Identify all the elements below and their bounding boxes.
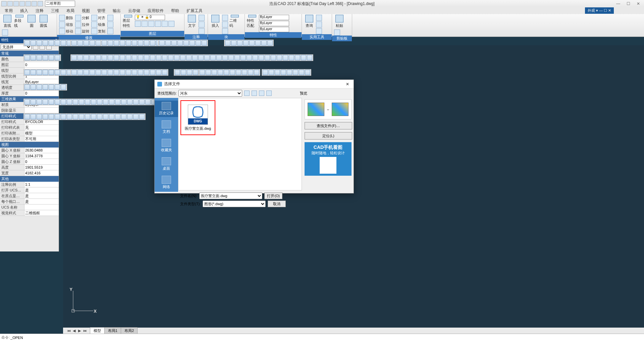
- property-value[interactable]: 1184.3778: [24, 153, 59, 159]
- qat-icon[interactable]: [7, 1, 13, 6]
- toolbar-icon[interactable]: [97, 99, 102, 105]
- toolbar-icon[interactable]: [85, 114, 90, 119]
- match-properties-button[interactable]: 特性匹配: [247, 15, 258, 28]
- toolbar-icon[interactable]: [138, 70, 143, 75]
- delete-icon[interactable]: [59, 15, 65, 21]
- toolbar-icon[interactable]: [174, 55, 179, 60]
- toolbar-icon[interactable]: [210, 55, 216, 60]
- toolbar-icon[interactable]: [187, 70, 192, 75]
- floating-toolbar[interactable]: [23, 84, 67, 91]
- toolbar-icon[interactable]: [287, 70, 292, 75]
- toolbar-icon[interactable]: [55, 99, 60, 105]
- toolbar-icon[interactable]: [216, 55, 222, 60]
- toolbar-icon[interactable]: [77, 70, 83, 75]
- toolbar-icon[interactable]: [127, 99, 132, 105]
- line-button[interactable]: 直线: [2, 15, 13, 28]
- toolbar-icon[interactable]: [206, 70, 211, 75]
- toolbar-icon[interactable]: [97, 114, 102, 119]
- toolbar-icon[interactable]: [71, 40, 77, 46]
- toolbar-icon[interactable]: [24, 84, 30, 90]
- toolbar-icon[interactable]: [144, 70, 149, 75]
- toolbar-icon[interactable]: [114, 55, 119, 60]
- file-list-area[interactable]: DWG 医疗室立面.dwg: [178, 98, 302, 190]
- property-value[interactable]: 是: [24, 199, 59, 204]
- property-section-header[interactable]: 其他: [0, 176, 59, 182]
- up-icon[interactable]: [252, 91, 257, 96]
- toolbar-icon[interactable]: [283, 55, 288, 60]
- paste-button[interactable]: 粘贴: [334, 15, 345, 28]
- toolbar-icon[interactable]: [305, 70, 310, 75]
- color-dropdown[interactable]: ByLayer: [259, 15, 289, 20]
- toolbar-icon[interactable]: [31, 84, 36, 90]
- toolbar-icon[interactable]: [114, 40, 119, 46]
- floating-toolbar[interactable]: [70, 54, 313, 61]
- toolbar-icon[interactable]: [299, 70, 304, 75]
- menu-item[interactable]: 布局: [64, 8, 77, 14]
- toolbar-icon[interactable]: [204, 55, 210, 60]
- toolbar-icon[interactable]: [84, 70, 89, 75]
- toolbar-icon[interactable]: [108, 55, 113, 60]
- toolbar-icon[interactable]: [139, 99, 145, 105]
- toolbar-icon[interactable]: [31, 99, 36, 105]
- toolbar-icon[interactable]: [126, 40, 131, 46]
- toolbar-icon[interactable]: [275, 70, 280, 75]
- toolbar-icon[interactable]: [237, 40, 243, 46]
- toolbar-icon[interactable]: [55, 55, 60, 60]
- arc-button[interactable]: 圆弧: [38, 15, 49, 28]
- toolbar-icon[interactable]: [138, 40, 143, 46]
- qat-icon[interactable]: [13, 1, 19, 6]
- toolbar-icon[interactable]: [132, 40, 137, 46]
- toolbar-icon[interactable]: [77, 40, 83, 46]
- toolbar-icon[interactable]: [96, 55, 101, 60]
- toolbar-icon[interactable]: [218, 70, 223, 75]
- stretch-icon[interactable]: [75, 21, 81, 27]
- toolbar-icon[interactable]: [133, 114, 139, 119]
- toolbar-icon[interactable]: [24, 99, 30, 105]
- polyline-button[interactable]: 多段线: [14, 15, 25, 28]
- lineweight-dropdown[interactable]: ByLayer: [259, 27, 289, 32]
- toolbar-icon[interactable]: [236, 70, 241, 75]
- toolbar-icon[interactable]: [43, 84, 48, 90]
- toolbar-icon[interactable]: [159, 40, 165, 46]
- toolbar-icon[interactable]: [212, 70, 217, 75]
- dialog-close-icon[interactable]: ✕: [344, 82, 351, 87]
- property-value[interactable]: 0: [24, 62, 59, 67]
- property-value[interactable]: 1:1: [24, 182, 59, 187]
- qrcode-button[interactable]: 二维码: [229, 15, 240, 28]
- align-icon[interactable]: [91, 15, 97, 21]
- command-line[interactable]: 命令: _OPEN: [0, 334, 644, 341]
- sidebar-favorites[interactable]: 收藏夹: [155, 137, 178, 154]
- close-icon[interactable]: ✕: [634, 1, 643, 6]
- toolbar-icon[interactable]: [180, 55, 185, 60]
- toolbar-icon[interactable]: [61, 70, 66, 75]
- toolbar-icon[interactable]: [120, 40, 125, 46]
- cancel-button[interactable]: 取消: [268, 201, 286, 207]
- model-tab[interactable]: 模型: [90, 327, 105, 334]
- toolbar-icon[interactable]: [43, 40, 48, 46]
- toolbar-icon[interactable]: [114, 70, 119, 75]
- toolbar-icon[interactable]: [109, 114, 114, 119]
- toolbar-icon[interactable]: [120, 55, 125, 60]
- toolbar-icon[interactable]: [49, 114, 54, 119]
- toolbar-icon[interactable]: [248, 70, 253, 75]
- toolbar-icon[interactable]: [91, 114, 96, 119]
- tab-nav-next-icon[interactable]: ▶: [77, 329, 82, 333]
- toolbar-icon[interactable]: [202, 40, 207, 46]
- lookin-dropdown[interactable]: 河东: [178, 90, 242, 97]
- toolbar-icon[interactable]: [224, 70, 229, 75]
- toolbar-icon[interactable]: [37, 99, 42, 105]
- toolbar-icon[interactable]: [108, 40, 113, 46]
- toolbar-icon[interactable]: [259, 55, 264, 60]
- toolbar-icon[interactable]: [24, 114, 30, 119]
- minimize-icon[interactable]: —: [614, 1, 623, 6]
- toolbar-icon[interactable]: [79, 99, 84, 105]
- mirror-icon[interactable]: [91, 21, 97, 27]
- toolbar-icon[interactable]: [242, 70, 247, 75]
- toolbar-icon[interactable]: [139, 114, 145, 119]
- floating-toolbar[interactable]: [224, 40, 274, 46]
- menu-item[interactable]: 插入: [17, 8, 31, 14]
- sidebar-desktop[interactable]: 桌面: [155, 156, 178, 172]
- floating-toolbar[interactable]: [23, 54, 61, 61]
- toolbar-icon[interactable]: [37, 40, 42, 46]
- toolbar-icon[interactable]: [249, 40, 255, 46]
